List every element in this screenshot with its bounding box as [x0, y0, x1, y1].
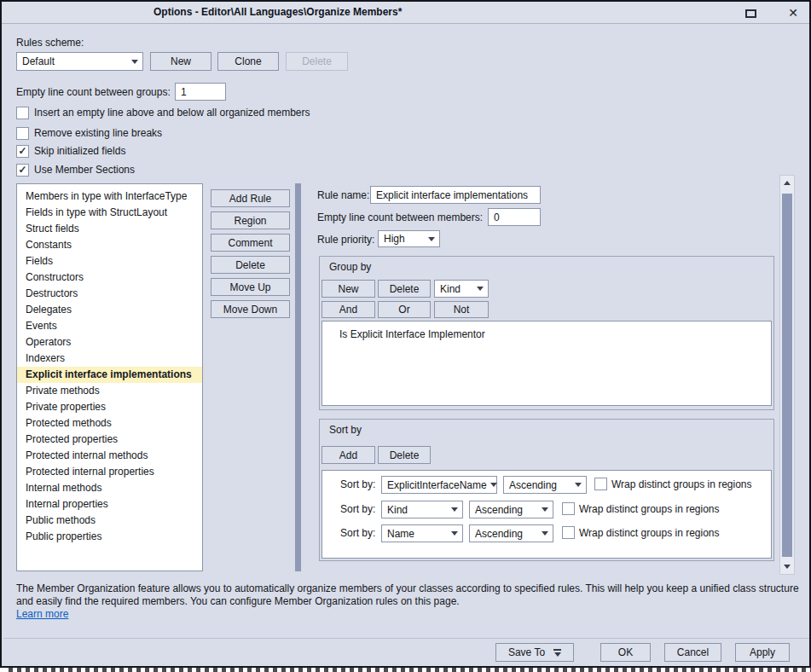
use-member-sections-label: Use Member Sections	[34, 164, 135, 177]
region-button[interactable]: Region	[211, 211, 290, 229]
list-item[interactable]: Constants	[17, 237, 202, 253]
skip-initialized-fields-checkbox[interactable]: ✓	[16, 145, 29, 158]
move-down-button[interactable]: Move Down	[211, 300, 290, 318]
list-item[interactable]: Explicit interface implementations	[17, 367, 202, 383]
scroll-down-icon[interactable]	[784, 565, 791, 569]
list-item[interactable]: Fields	[17, 253, 202, 269]
empty-line-groups-input[interactable]: 1	[175, 83, 226, 101]
sort-by-delete-button[interactable]: Delete	[378, 446, 431, 464]
list-item[interactable]: Delegates	[17, 302, 202, 318]
group-by-or-button[interactable]: Or	[378, 301, 431, 318]
scheme-clone-button[interactable]: Clone	[217, 52, 279, 71]
empty-line-members-label: Empty line count between members:	[317, 211, 483, 224]
scheme-new-button[interactable]: New	[150, 52, 211, 71]
group-by-condition-text: Is Explicit Interface Implementor	[339, 328, 485, 340]
wrap-groups-label: Wrap distinct groups in regions	[579, 527, 720, 540]
group-by-and-button[interactable]: And	[322, 301, 375, 318]
list-item[interactable]: Public properties	[17, 529, 202, 545]
sort-by-row-label: Sort by:	[340, 478, 375, 491]
rules-scheme-select[interactable]: Default	[16, 52, 143, 71]
remove-line-breaks-label: Remove existing line breaks	[34, 127, 162, 140]
dropdown-arrow-icon	[553, 649, 561, 657]
move-up-button[interactable]: Move Up	[211, 278, 290, 296]
insert-empty-line-label: Insert an empty line above and below all…	[34, 107, 310, 119]
list-item[interactable]: Public methods	[17, 513, 202, 529]
rule-name-input[interactable]: Explicit interface implementations	[370, 186, 541, 204]
list-item[interactable]: Destructors	[17, 286, 202, 302]
list-item[interactable]: Private methods	[17, 383, 202, 399]
ok-button[interactable]: OK	[600, 643, 651, 662]
empty-line-members-input[interactable]: 0	[488, 208, 541, 226]
sort-field-select[interactable]: Name	[381, 524, 463, 542]
group-by-kind-value: Kind	[440, 283, 461, 295]
insert-empty-line-checkbox[interactable]: ✓	[16, 107, 29, 119]
sort-by-row-label: Sort by:	[340, 527, 375, 540]
list-item[interactable]: Protected properties	[17, 432, 202, 448]
list-item[interactable]: Struct fields	[17, 221, 202, 237]
list-item[interactable]: Protected methods	[17, 415, 202, 432]
list-item[interactable]: Constructors	[17, 269, 202, 286]
options-dialog: Options - Editor\All Languages\Organize …	[0, 0, 811, 668]
cancel-button[interactable]: Cancel	[664, 643, 721, 662]
list-item[interactable]: Indexers	[17, 350, 202, 367]
apply-button[interactable]: Apply	[735, 643, 790, 662]
chevron-down-icon	[451, 531, 458, 536]
chevron-down-icon	[428, 237, 435, 241]
chevron-down-icon	[490, 483, 497, 487]
title-bar[interactable]: Options - Editor\All Languages\Organize …	[2, 2, 809, 24]
vertical-scrollbar[interactable]	[779, 175, 795, 575]
list-item[interactable]: Internal properties	[17, 496, 202, 513]
chevron-down-icon	[542, 531, 548, 536]
save-to-button[interactable]: Save To	[495, 643, 574, 662]
group-by-new-button[interactable]: New	[322, 280, 375, 298]
group-by-delete-button[interactable]: Delete	[378, 280, 431, 298]
remove-line-breaks-checkbox[interactable]: ✓	[16, 127, 29, 140]
check-icon: ✓	[18, 145, 26, 157]
wrap-groups-checkbox[interactable]: ✓	[594, 478, 607, 490]
sort-field-select[interactable]: ExplicitInterfaceName	[381, 476, 497, 494]
skip-initialized-fields-label: Skip initialized fields	[34, 145, 125, 158]
comment-button[interactable]: Comment	[211, 234, 290, 252]
scrollbar-thumb[interactable]	[782, 194, 792, 557]
sort-order-select[interactable]: Ascending	[469, 501, 553, 518]
empty-line-groups-label: Empty line count between groups:	[16, 86, 171, 99]
group-by-condition-area[interactable]: Is Explicit Interface Implementor	[322, 321, 772, 406]
list-item[interactable]: Protected internal methods	[17, 448, 202, 464]
feature-description: The Member Organization feature allows y…	[16, 582, 804, 621]
rules-list: Members in type with InterfaceType Field…	[16, 183, 203, 571]
delete-rule-button[interactable]: Delete	[211, 256, 290, 274]
splitter-handle[interactable]	[295, 183, 301, 571]
sort-order-select[interactable]: Ascending	[469, 524, 553, 542]
list-item[interactable]: Operators	[17, 334, 202, 350]
list-item[interactable]: Internal methods	[17, 480, 202, 496]
sort-order-value: Ascending	[475, 504, 523, 516]
list-item[interactable]: Protected internal properties	[17, 464, 202, 480]
list-item[interactable]: Events	[17, 318, 202, 334]
maximize-icon[interactable]	[745, 9, 756, 18]
list-item[interactable]: Private properties	[17, 399, 202, 415]
wrap-groups-checkbox[interactable]: ✓	[562, 502, 575, 515]
sort-by-title: Sort by	[329, 424, 362, 437]
description-text: The Member Organization feature allows y…	[16, 582, 804, 608]
learn-more-link[interactable]: Learn more	[16, 608, 68, 620]
use-member-sections-checkbox[interactable]: ✓	[16, 164, 29, 177]
window-title: Options - Editor\All Languages\Organize …	[154, 6, 402, 18]
chevron-down-icon	[542, 507, 548, 512]
rule-name-label: Rule name:	[317, 189, 369, 202]
sort-order-value: Ascending	[475, 528, 523, 540]
rule-priority-select[interactable]: High	[378, 230, 440, 247]
list-item[interactable]: Members in type with InterfaceType	[17, 188, 202, 205]
sort-by-add-button[interactable]: Add	[322, 446, 375, 464]
group-by-not-button[interactable]: Not	[434, 301, 489, 318]
group-by-title: Group by	[329, 261, 371, 274]
close-icon[interactable]: ✕	[785, 4, 802, 21]
group-by-kind-select[interactable]: Kind	[434, 280, 489, 298]
add-rule-button[interactable]: Add Rule	[211, 189, 290, 207]
footer-separator	[3, 638, 811, 639]
sort-field-select[interactable]: Kind	[381, 501, 463, 518]
wrap-groups-checkbox[interactable]: ✓	[562, 526, 575, 539]
sort-order-select[interactable]: Ascending	[503, 476, 587, 494]
sort-field-value: Kind	[387, 504, 408, 516]
list-item[interactable]: Fields in type with StructLayout	[17, 205, 202, 221]
scroll-up-icon[interactable]	[784, 181, 791, 185]
